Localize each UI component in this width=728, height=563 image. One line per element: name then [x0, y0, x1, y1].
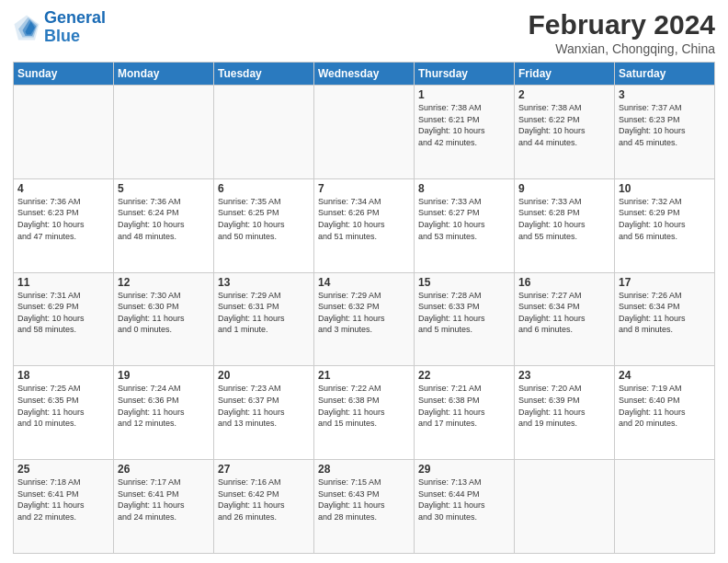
day-number: 12: [118, 276, 210, 289]
page: General Blue February 2024 Wanxian, Chon…: [0, 0, 728, 563]
calendar-table: SundayMondayTuesdayWednesdayThursdayFrid…: [13, 62, 715, 554]
day-number: 21: [318, 369, 410, 382]
day-number: 10: [619, 182, 711, 195]
day-number: 9: [518, 182, 610, 195]
calendar-cell: [14, 86, 114, 179]
logo-blue: Blue: [44, 27, 80, 45]
calendar-cell: [114, 86, 214, 179]
day-number: 8: [418, 182, 510, 195]
day-info: Sunrise: 7:20 AM Sunset: 6:39 PM Dayligh…: [518, 383, 610, 429]
day-info: Sunrise: 7:33 AM Sunset: 6:28 PM Dayligh…: [518, 196, 610, 242]
day-number: 2: [518, 88, 610, 101]
calendar-week-2: 11Sunrise: 7:31 AM Sunset: 6:29 PM Dayli…: [14, 272, 715, 366]
calendar-cell: 12Sunrise: 7:30 AM Sunset: 6:30 PM Dayli…: [114, 272, 214, 366]
logo-general: General: [44, 8, 106, 27]
calendar-cell: 2Sunrise: 7:38 AM Sunset: 6:22 PM Daylig…: [515, 86, 615, 179]
day-number: 7: [318, 182, 410, 195]
calendar-cell: 1Sunrise: 7:38 AM Sunset: 6:21 PM Daylig…: [415, 86, 515, 179]
day-info: Sunrise: 7:18 AM Sunset: 6:41 PM Dayligh…: [17, 477, 109, 523]
day-info: Sunrise: 7:37 AM Sunset: 6:23 PM Dayligh…: [619, 102, 711, 148]
calendar-week-0: 1Sunrise: 7:38 AM Sunset: 6:21 PM Daylig…: [14, 86, 715, 179]
day-number: 4: [17, 182, 109, 195]
calendar-cell: 3Sunrise: 7:37 AM Sunset: 6:23 PM Daylig…: [615, 86, 715, 179]
day-info: Sunrise: 7:36 AM Sunset: 6:24 PM Dayligh…: [118, 196, 210, 242]
calendar-cell: 21Sunrise: 7:22 AM Sunset: 6:38 PM Dayli…: [314, 366, 415, 460]
day-number: 24: [619, 369, 711, 382]
day-number: 19: [118, 369, 210, 382]
day-number: 15: [418, 276, 510, 289]
col-header-monday: Monday: [114, 63, 214, 86]
header: General Blue February 2024 Wanxian, Chon…: [13, 9, 715, 56]
day-info: Sunrise: 7:38 AM Sunset: 6:21 PM Dayligh…: [418, 102, 510, 148]
day-number: 29: [418, 463, 510, 476]
day-number: 25: [17, 463, 109, 476]
calendar-cell: 15Sunrise: 7:28 AM Sunset: 6:33 PM Dayli…: [415, 272, 515, 366]
day-number: 20: [218, 369, 310, 382]
calendar-cell: 27Sunrise: 7:16 AM Sunset: 6:42 PM Dayli…: [214, 460, 314, 554]
day-info: Sunrise: 7:27 AM Sunset: 6:34 PM Dayligh…: [518, 290, 610, 336]
day-info: Sunrise: 7:29 AM Sunset: 6:32 PM Dayligh…: [318, 290, 410, 336]
day-info: Sunrise: 7:15 AM Sunset: 6:43 PM Dayligh…: [318, 477, 410, 523]
calendar-cell: 6Sunrise: 7:35 AM Sunset: 6:25 PM Daylig…: [214, 178, 314, 272]
day-info: Sunrise: 7:17 AM Sunset: 6:41 PM Dayligh…: [118, 477, 210, 523]
day-info: Sunrise: 7:30 AM Sunset: 6:30 PM Dayligh…: [118, 290, 210, 336]
calendar-cell: 5Sunrise: 7:36 AM Sunset: 6:24 PM Daylig…: [114, 178, 214, 272]
calendar-cell: 29Sunrise: 7:13 AM Sunset: 6:44 PM Dayli…: [415, 460, 515, 554]
location: Wanxian, Chongqing, China: [529, 41, 715, 56]
month-year: February 2024: [529, 9, 715, 40]
day-number: 6: [218, 182, 310, 195]
day-info: Sunrise: 7:38 AM Sunset: 6:22 PM Dayligh…: [518, 102, 610, 148]
calendar-cell: 19Sunrise: 7:24 AM Sunset: 6:36 PM Dayli…: [114, 366, 214, 460]
day-info: Sunrise: 7:25 AM Sunset: 6:35 PM Dayligh…: [17, 383, 109, 429]
calendar-cell: [515, 460, 615, 554]
day-info: Sunrise: 7:26 AM Sunset: 6:34 PM Dayligh…: [619, 290, 711, 336]
calendar-cell: 18Sunrise: 7:25 AM Sunset: 6:35 PM Dayli…: [14, 366, 114, 460]
day-number: 18: [17, 369, 109, 382]
day-info: Sunrise: 7:28 AM Sunset: 6:33 PM Dayligh…: [418, 290, 510, 336]
calendar-cell: 28Sunrise: 7:15 AM Sunset: 6:43 PM Dayli…: [314, 460, 415, 554]
day-info: Sunrise: 7:24 AM Sunset: 6:36 PM Dayligh…: [118, 383, 210, 429]
day-info: Sunrise: 7:32 AM Sunset: 6:29 PM Dayligh…: [619, 196, 711, 242]
calendar-cell: 4Sunrise: 7:36 AM Sunset: 6:23 PM Daylig…: [14, 178, 114, 272]
calendar-week-3: 18Sunrise: 7:25 AM Sunset: 6:35 PM Dayli…: [14, 366, 715, 460]
calendar-cell: 11Sunrise: 7:31 AM Sunset: 6:29 PM Dayli…: [14, 272, 114, 366]
logo: General Blue: [13, 9, 106, 46]
calendar-cell: 8Sunrise: 7:33 AM Sunset: 6:27 PM Daylig…: [415, 178, 515, 272]
col-header-wednesday: Wednesday: [314, 63, 415, 86]
day-info: Sunrise: 7:16 AM Sunset: 6:42 PM Dayligh…: [218, 477, 310, 523]
day-number: 3: [619, 88, 711, 101]
logo-text: General Blue: [44, 9, 106, 46]
col-header-thursday: Thursday: [415, 63, 515, 86]
day-number: 27: [218, 463, 310, 476]
col-header-sunday: Sunday: [14, 63, 114, 86]
day-info: Sunrise: 7:31 AM Sunset: 6:29 PM Dayligh…: [17, 290, 109, 336]
day-number: 17: [619, 276, 711, 289]
logo-icon: [13, 14, 40, 41]
day-info: Sunrise: 7:19 AM Sunset: 6:40 PM Dayligh…: [619, 383, 711, 429]
title-block: February 2024 Wanxian, Chongqing, China: [529, 9, 715, 56]
calendar-cell: [214, 86, 314, 179]
day-number: 5: [118, 182, 210, 195]
day-number: 1: [418, 88, 510, 101]
day-info: Sunrise: 7:13 AM Sunset: 6:44 PM Dayligh…: [418, 477, 510, 523]
day-info: Sunrise: 7:34 AM Sunset: 6:26 PM Dayligh…: [318, 196, 410, 242]
day-number: 23: [518, 369, 610, 382]
calendar-cell: 7Sunrise: 7:34 AM Sunset: 6:26 PM Daylig…: [314, 178, 415, 272]
calendar-cell: 20Sunrise: 7:23 AM Sunset: 6:37 PM Dayli…: [214, 366, 314, 460]
col-header-tuesday: Tuesday: [214, 63, 314, 86]
day-info: Sunrise: 7:35 AM Sunset: 6:25 PM Dayligh…: [218, 196, 310, 242]
day-info: Sunrise: 7:21 AM Sunset: 6:38 PM Dayligh…: [418, 383, 510, 429]
calendar-cell: 10Sunrise: 7:32 AM Sunset: 6:29 PM Dayli…: [615, 178, 715, 272]
day-info: Sunrise: 7:22 AM Sunset: 6:38 PM Dayligh…: [318, 383, 410, 429]
day-number: 11: [17, 276, 109, 289]
day-number: 22: [418, 369, 510, 382]
calendar-cell: 17Sunrise: 7:26 AM Sunset: 6:34 PM Dayli…: [615, 272, 715, 366]
day-info: Sunrise: 7:36 AM Sunset: 6:23 PM Dayligh…: [17, 196, 109, 242]
calendar-cell: 26Sunrise: 7:17 AM Sunset: 6:41 PM Dayli…: [114, 460, 214, 554]
calendar-cell: 16Sunrise: 7:27 AM Sunset: 6:34 PM Dayli…: [515, 272, 615, 366]
calendar-cell: 14Sunrise: 7:29 AM Sunset: 6:32 PM Dayli…: [314, 272, 415, 366]
day-number: 13: [218, 276, 310, 289]
day-info: Sunrise: 7:29 AM Sunset: 6:31 PM Dayligh…: [218, 290, 310, 336]
calendar-cell: [615, 460, 715, 554]
calendar-week-1: 4Sunrise: 7:36 AM Sunset: 6:23 PM Daylig…: [14, 178, 715, 272]
